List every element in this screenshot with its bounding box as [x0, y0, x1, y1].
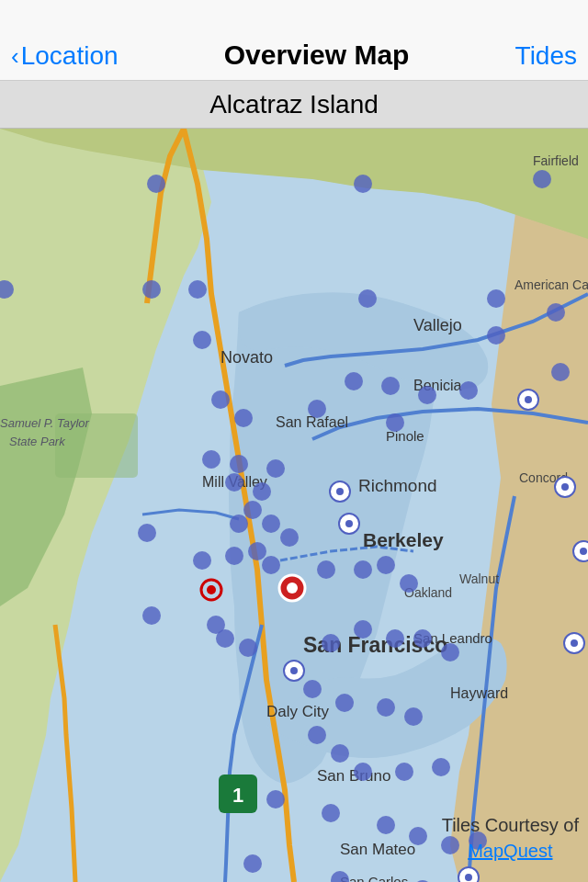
- svg-point-100: [525, 396, 532, 403]
- map-attribution: Tiles Courtesy of MapQuest: [442, 812, 579, 864]
- svg-point-35: [551, 363, 570, 381]
- svg-point-112: [287, 582, 298, 594]
- svg-point-42: [308, 400, 326, 418]
- svg-point-77: [303, 680, 322, 698]
- svg-text:Richmond: Richmond: [358, 476, 437, 495]
- svg-point-37: [345, 372, 363, 390]
- svg-point-43: [386, 413, 404, 432]
- svg-point-89: [409, 827, 427, 845]
- svg-point-78: [335, 694, 354, 712]
- svg-point-74: [441, 643, 459, 662]
- svg-text:Vallejo: Vallejo: [413, 316, 462, 334]
- svg-point-110: [207, 585, 216, 594]
- svg-text:San Mateo: San Mateo: [340, 841, 415, 858]
- mapquest-link[interactable]: MapQuest: [468, 841, 552, 861]
- svg-point-64: [377, 556, 395, 574]
- svg-point-63: [354, 560, 372, 579]
- back-chevron-icon: ‹: [11, 42, 19, 71]
- svg-text:Walnut: Walnut: [459, 571, 499, 586]
- svg-point-28: [142, 280, 161, 299]
- svg-point-60: [248, 542, 266, 560]
- svg-point-92: [243, 854, 262, 873]
- svg-point-44: [202, 450, 220, 469]
- map-container[interactable]: Novato Vallejo Benicia Pinole Richmond B…: [0, 129, 588, 882]
- svg-point-88: [377, 816, 395, 834]
- svg-text:San Bruno: San Bruno: [317, 767, 390, 785]
- svg-point-40: [459, 381, 478, 400]
- svg-point-55: [280, 528, 299, 547]
- svg-text:Samuel P. Taylor: Samuel P. Taylor: [0, 416, 90, 430]
- navigation-bar: ‹ Location Overview Map Tides: [0, 0, 588, 81]
- svg-point-32: [547, 303, 565, 322]
- svg-point-66: [142, 606, 161, 625]
- svg-point-84: [395, 763, 413, 781]
- svg-point-26: [533, 170, 551, 188]
- svg-point-38: [381, 377, 400, 395]
- svg-point-81: [308, 726, 326, 744]
- back-button[interactable]: ‹ Location: [11, 41, 119, 71]
- svg-text:Novato: Novato: [220, 348, 273, 367]
- svg-point-47: [253, 482, 271, 501]
- svg-point-69: [239, 639, 257, 657]
- svg-point-71: [354, 620, 372, 639]
- svg-point-106: [571, 639, 578, 647]
- svg-point-50: [336, 488, 344, 495]
- svg-point-62: [317, 560, 335, 579]
- svg-text:San Carlos: San Carlos: [340, 874, 408, 882]
- svg-point-58: [193, 551, 211, 570]
- svg-point-104: [580, 548, 587, 555]
- svg-point-30: [358, 289, 377, 308]
- svg-point-29: [188, 280, 207, 299]
- svg-text:Daly City: Daly City: [266, 703, 330, 720]
- svg-point-68: [216, 629, 234, 648]
- svg-point-102: [561, 483, 569, 491]
- svg-point-61: [262, 556, 280, 574]
- tides-button[interactable]: Tides: [515, 41, 577, 71]
- svg-point-86: [266, 790, 285, 808]
- svg-point-41: [234, 409, 253, 427]
- svg-text:Berkeley: Berkeley: [363, 529, 444, 550]
- location-label: Alcatraz Island: [209, 90, 379, 119]
- svg-point-52: [230, 514, 248, 533]
- svg-point-33: [193, 331, 211, 349]
- svg-text:San Rafael: San Rafael: [276, 414, 348, 430]
- svg-point-51: [138, 524, 156, 542]
- location-bar: Alcatraz Island: [0, 81, 588, 129]
- attribution-text: Tiles Courtesy of: [442, 815, 579, 835]
- svg-text:1: 1: [232, 784, 243, 807]
- svg-point-80: [404, 707, 423, 726]
- svg-point-85: [432, 758, 450, 776]
- svg-point-59: [225, 547, 243, 565]
- svg-point-87: [322, 804, 340, 822]
- back-label: Location: [21, 41, 119, 71]
- svg-point-79: [377, 698, 395, 717]
- svg-point-45: [230, 455, 248, 473]
- svg-point-39: [418, 386, 436, 404]
- svg-point-65: [400, 574, 418, 593]
- svg-point-83: [354, 763, 372, 781]
- map-svg: Novato Vallejo Benicia Pinole Richmond B…: [0, 129, 588, 882]
- svg-point-72: [386, 629, 404, 648]
- svg-point-36: [211, 390, 230, 409]
- svg-point-53: [243, 501, 262, 519]
- svg-point-108: [465, 874, 472, 881]
- svg-point-54: [262, 514, 280, 533]
- svg-point-76: [290, 667, 298, 674]
- svg-text:Fairfield: Fairfield: [533, 153, 579, 168]
- page-title: Overview Map: [224, 40, 410, 71]
- svg-text:American Canyon: American Canyon: [514, 277, 588, 292]
- svg-text:Hayward: Hayward: [450, 685, 508, 701]
- svg-point-48: [266, 459, 285, 478]
- svg-point-73: [413, 629, 432, 648]
- svg-point-24: [147, 175, 165, 193]
- svg-point-31: [487, 289, 505, 308]
- svg-point-46: [225, 473, 243, 492]
- svg-point-34: [487, 326, 505, 345]
- svg-point-25: [354, 175, 372, 193]
- svg-text:State Park: State Park: [9, 435, 66, 448]
- svg-point-82: [331, 744, 349, 763]
- svg-point-57: [345, 520, 353, 527]
- svg-point-70: [322, 634, 340, 652]
